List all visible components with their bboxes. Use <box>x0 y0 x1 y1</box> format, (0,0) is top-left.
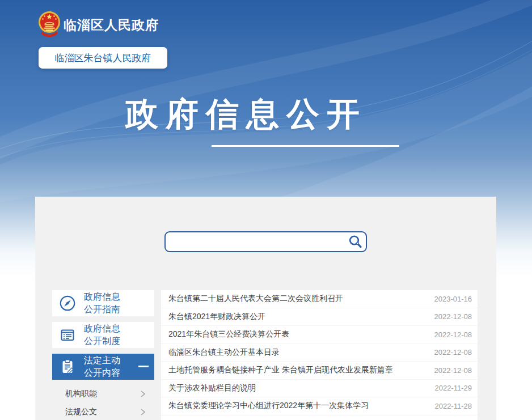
news-title[interactable]: 朱台镇党委理论学习中心组进行2022年第十一次集体学习 <box>168 401 369 411</box>
sidebar-item-label: 政府信息 公开制度 <box>84 323 120 348</box>
news-title[interactable]: 关于涉农补贴栏目的说明 <box>168 383 256 393</box>
chevron-right-icon <box>140 390 146 398</box>
sub-site-button[interactable]: 临淄区朱台镇人民政府 <box>39 47 167 69</box>
sidebar-subitem-org-functions[interactable]: 机构职能 <box>52 385 154 402</box>
news-list: 朱台镇第二十届人民代表大会第二次会议胜利召开 2023-01-16 朱台镇202… <box>161 290 478 420</box>
page-title: 政府信息公开 <box>125 92 367 137</box>
news-date: 2022-11-28 <box>434 402 472 410</box>
sidebar-subitem-label: 机构职能 <box>65 389 97 399</box>
sidebar-item-statutory-disclosure[interactable]: 法定主动 公开内容 <box>52 354 154 380</box>
news-date: 2023-01-16 <box>434 295 472 303</box>
site-title: 临淄区人民政府 <box>64 16 159 34</box>
news-title[interactable]: 2021年朱台镇三公经费决算公开表 <box>168 329 289 340</box>
news-date: 2022-12-08 <box>434 330 472 339</box>
title-underline <box>212 145 399 147</box>
news-row[interactable]: 朱台镇2021年财政决算公开 2022-12-08 <box>161 308 478 326</box>
search-bar <box>164 231 367 252</box>
news-row[interactable]: 朱台镇第二十届人民代表大会第二次会议胜利召开 2023-01-16 <box>161 290 478 308</box>
magnifier-icon[interactable] <box>348 234 363 249</box>
sidebar-item-open-rules[interactable]: 政府信息 公开制度 <box>52 322 154 348</box>
news-row[interactable]: 关于涉农补贴栏目的说明 2022-11-29 <box>161 380 478 398</box>
news-date: 2022-12-08 <box>434 348 472 357</box>
news-title[interactable]: 朱台镇2021年财政决算公开 <box>168 312 265 322</box>
news-row[interactable]: 临淄区朱台镇主动公开基本目录 2022-12-08 <box>161 344 478 362</box>
chevron-right-icon <box>140 408 146 416</box>
news-date: 2022-12-08 <box>434 366 472 375</box>
sidebar-item-label: 政府信息 公开指南 <box>84 291 120 316</box>
sidebar-item-open-guide[interactable]: 政府信息 公开指南 <box>52 290 154 316</box>
compass-icon <box>59 295 76 312</box>
national-emblem-icon <box>37 11 61 38</box>
news-title[interactable]: 土地托管服务耦合链接种子产业 朱台镇开启现代农业发展新篇章 <box>168 365 393 375</box>
sidebar-subitem-laws-documents[interactable]: 法规公文 <box>52 404 154 420</box>
news-date: 2022-12-08 <box>434 312 472 321</box>
clipboard-pencil-icon <box>59 358 76 375</box>
sidebar-item-label: 法定主动 公开内容 <box>84 354 120 380</box>
search-input[interactable] <box>164 231 367 252</box>
document-list-icon <box>59 326 76 343</box>
content-panel: 政府信息 公开指南 政府信息 公开制度 <box>35 197 496 420</box>
sidebar-subitem-label: 法规公文 <box>65 407 97 417</box>
news-row[interactable]: 土地托管服务耦合链接种子产业 朱台镇开启现代农业发展新篇章 2022-12-08 <box>161 362 478 380</box>
news-title[interactable]: 朱台镇第二十届人民代表大会第二次会议胜利召开 <box>168 294 343 304</box>
sidebar: 政府信息 公开指南 政府信息 公开制度 <box>52 290 154 420</box>
collapse-indicator-icon[interactable] <box>138 366 149 367</box>
news-row[interactable]: 朱台镇党委理论学习中心组进行2022年第十一次集体学习 2022-11-28 <box>161 397 478 415</box>
news-date: 2022-11-29 <box>434 384 472 392</box>
news-row[interactable]: 2021年朱台镇三公经费决算公开表 2022-12-08 <box>161 326 478 344</box>
news-title[interactable]: 临淄区朱台镇主动公开基本目录 <box>168 347 280 358</box>
sidebar-sub-list: 机构职能 法规公文 <box>52 385 154 420</box>
